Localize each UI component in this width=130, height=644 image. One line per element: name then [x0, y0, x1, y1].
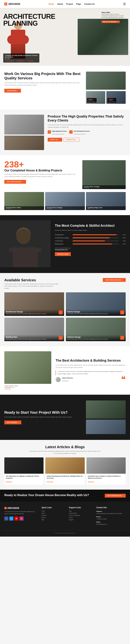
work-image-small-2: 192+ Happy Clients	[106, 91, 126, 104]
skill-pct-3: 85%	[120, 243, 126, 245]
footer-contact: Contact Info Address 1234 Architecture A…	[96, 506, 126, 526]
skill-bar-fill-3	[73, 244, 112, 244]
read-more-2[interactable]: Read More	[88, 481, 94, 482]
logo[interactable]: A ARCHION	[4, 2, 20, 6]
quick-link-4[interactable]: Blog	[41, 519, 66, 520]
footer-logo-text: ARCHION	[7, 506, 19, 510]
hero-caption: Creating The High Quality Architecture P…	[3, 54, 39, 62]
work-learn-more-button[interactable]: LEARN MORE →	[4, 89, 21, 92]
blog-title-1: Urban Planning and Architecture: Buildin…	[47, 475, 83, 479]
footer-bottom: © 2024 Archion. All Rights Reserved.	[4, 530, 126, 534]
hero-stats: 54 Architecture 32 Engineers 13 Awards	[5, 60, 38, 62]
nav-home[interactable]: Home	[49, 3, 54, 5]
contact-address: Address 1234 Architecture Ave, Design Ci…	[96, 510, 126, 515]
service-desc-1: Lorem ipsum dolor sit amet consectetur a…	[67, 313, 124, 314]
service-icon-btn-1[interactable]: →	[120, 310, 124, 314]
architect-email: archion@mail.com	[55, 249, 68, 250]
menu-icon[interactable]: ☰	[123, 2, 126, 6]
support-link-4[interactable]: Support	[69, 519, 94, 520]
author-avatar	[56, 377, 61, 382]
quick-link-0[interactable]: Home	[41, 510, 66, 512]
hero-since: Since 2002- Lorem ipsum dolor sit amet c…	[102, 12, 127, 23]
quality-content: Produce The High Quality Properties That…	[48, 115, 126, 142]
skill-bar-fill-0	[73, 234, 117, 235]
project-now-button[interactable]: PROJECT NOW	[55, 252, 71, 256]
cta-heading: Ready to Start Your Project With Us?	[4, 410, 82, 414]
service-name-2: Building Plan	[6, 336, 63, 338]
project-type-main: Residential	[84, 187, 124, 188]
service-icon-btn-0[interactable]: →	[59, 310, 63, 314]
about-us-button[interactable]: ABOUT US →	[48, 138, 62, 142]
project-type-2: Residential	[47, 208, 83, 209]
testimonial: Lorem ipsum dolor sit amet, consectetur …	[56, 370, 126, 375]
nav-project[interactable]: Project	[66, 3, 73, 5]
completed-heading: Our Completed House & Building Projects	[4, 169, 79, 172]
blog-grid: The Importance of Lighting: Creating the…	[4, 458, 126, 484]
quality-buttons: ABOUT US → CONTACT US →	[48, 138, 126, 142]
service-card-2: Building Plan Lorem ipsum dolor sit amet…	[4, 318, 64, 341]
contact-label: LETS TOUCH WITH US	[55, 247, 70, 249]
support-link-3[interactable]: Career	[69, 517, 94, 518]
quick-link-2[interactable]: Services	[41, 515, 66, 516]
blog-heading: Latest Articles & Blogs	[4, 445, 126, 449]
copyright: © 2024 Archion. All Rights Reserved.	[55, 532, 75, 534]
view-more-services-button[interactable]: VIEW MORE SERVICES →	[103, 278, 126, 282]
rating-value: 4.9	[12, 387, 14, 388]
support-link-0[interactable]: FAQ	[69, 510, 94, 512]
stat1-label: Happy Projects	[88, 101, 96, 102]
skill-item-0: Professionals 95%	[55, 234, 126, 236]
cta-right	[86, 400, 126, 434]
skill-name-2: Construction	[55, 240, 71, 242]
services-heading: Available Services	[4, 278, 58, 282]
project-label-1: Cleveland Street, Jakarta Residential	[4, 206, 44, 210]
contact-email: Email archion@mail.com	[96, 521, 126, 526]
support-link-1[interactable]: Privacy Policy	[69, 512, 94, 514]
cta-get-started-button[interactable]: GET STARTED →	[4, 420, 21, 424]
logo-text: ARCHION	[8, 2, 20, 6]
nav-contact[interactable]: Contact Us	[84, 3, 95, 5]
hero-stat3: 13 Awards	[27, 60, 33, 62]
architect-heading: The Most Complete & Skillful Architect	[55, 224, 126, 228]
service-icon-btn-2[interactable]: →	[59, 336, 63, 340]
twitter-icon[interactable]: t	[9, 516, 13, 520]
skill-bars: Professionals 95% Architecting & Design …	[55, 234, 126, 245]
hero-title-line1: ARCHITECTURE	[3, 13, 55, 20]
quick-link-3[interactable]: Project	[41, 517, 66, 518]
instagram-icon[interactable]: ◎	[19, 516, 23, 520]
project-name-main: Sunnaan Street, Surabage	[84, 186, 124, 187]
contact-us-button[interactable]: CONTACT US →	[64, 138, 79, 142]
footer-brand: A ARCHION Lorem ipsum dolor sit amet con…	[4, 506, 39, 526]
cta-image-2	[86, 420, 126, 434]
blog-section: Latest Articles & Blogs Lorem ipsum dolo…	[0, 440, 130, 490]
read-more-0[interactable]: Read More	[6, 481, 12, 482]
completed-body: Lorem ipsum dolor sit amet consectetur a…	[4, 173, 79, 178]
feature-2: ⚡ Fast Working Processe Lorem ipsum dolo…	[69, 130, 90, 135]
facebook-icon[interactable]: f	[4, 516, 8, 520]
skill-name-3: Building Plan	[55, 243, 71, 245]
skill-name-1: Architecting & Design	[55, 237, 71, 239]
project-card-2: Sunnaan Street, Surabage Residential	[45, 192, 85, 210]
see-all-button[interactable]: SEE ALL MY PROJECT →	[102, 20, 120, 23]
footer-cta-text: Ready to Realize Your Dream House Become…	[4, 494, 89, 498]
nav-about[interactable]: About	[57, 3, 63, 5]
skill-item-3: Building Plan 85%	[55, 243, 126, 245]
blog-card-1: Urban Planning and Architecture: Buildin…	[45, 458, 85, 484]
quick-links-heading: Quick Links	[41, 506, 66, 508]
author-info: Dylan Simmons Architecture	[62, 377, 73, 382]
quote-mark: ❝	[121, 377, 126, 382]
read-more-1[interactable]: Read More	[47, 481, 53, 482]
address-value: 1234 Architecture Ave, Design City, DC 5…	[96, 513, 122, 514]
quick-links-list: HomeAboutServicesProjectBlog	[41, 510, 66, 520]
service-icon-btn-3[interactable]: →	[120, 336, 124, 340]
nav-page[interactable]: Page	[76, 3, 81, 5]
youtube-icon[interactable]: ▶	[14, 516, 18, 520]
blog-image-0	[4, 458, 43, 474]
footer-cta-heading: Ready to Realize Your Dream House Become…	[4, 494, 89, 497]
skill-bar-fill-1	[73, 238, 110, 238]
footer-cta-button[interactable]: GET STARTED NOW →	[105, 494, 126, 498]
quick-link-1[interactable]: About	[41, 512, 66, 514]
cta-image-1	[86, 400, 126, 418]
services-header: Available Services Lorem ipsum dolor sit…	[4, 278, 126, 290]
see-more-project-button[interactable]: SEE MORE PROJECT →	[4, 180, 26, 184]
support-link-2[interactable]: Terms & Conditions	[69, 515, 94, 516]
